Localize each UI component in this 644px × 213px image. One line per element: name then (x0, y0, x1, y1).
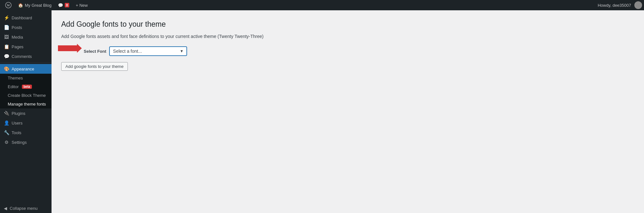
sidebar-item-media[interactable]: 🖼 Media (0, 32, 52, 42)
submenu-item-manage-theme-fonts[interactable]: Manage theme fonts (0, 100, 52, 108)
sidebar-label-appearance: Appearance (12, 67, 34, 71)
red-arrow (58, 45, 77, 51)
collapse-label: Collapse menu (10, 206, 38, 211)
dashboard-icon: ⚡ (4, 15, 9, 20)
submenu-label-editor: Editor (8, 84, 19, 89)
layout: ⚡ Dashboard 📄 Posts 🖼 Media 📋 Pages 💬 Co… (0, 10, 644, 213)
sidebar-label-users: Users (12, 121, 23, 125)
sidebar-item-plugins[interactable]: 🔌 Plugins (0, 108, 52, 118)
sidebar-item-appearance[interactable]: 🎨 Appearance (0, 64, 52, 74)
sidebar-item-settings[interactable]: ⚙ Settings (0, 137, 52, 147)
submenu-label-manage-theme-fonts: Manage theme fonts (8, 102, 46, 106)
wp-logo-item[interactable]: W (2, 0, 15, 10)
select-font-label: Select Font (84, 49, 106, 54)
submenu-item-themes[interactable]: Themes (0, 74, 52, 82)
avatar (634, 1, 642, 9)
comments-count: 0 (65, 3, 69, 7)
page-title: Add Google fonts to your theme (61, 20, 634, 29)
comments-icon: 💬 (4, 54, 9, 59)
sidebar-label-plugins: Plugins (12, 111, 25, 116)
settings-icon: ⚙ (4, 140, 9, 145)
sidebar-label-posts: Posts (12, 25, 22, 30)
sidebar-label-settings: Settings (12, 140, 27, 145)
sidebar-item-comments[interactable]: 💬 Comments (0, 51, 52, 61)
add-fonts-button[interactable]: Add google fonts to your theme (61, 62, 128, 71)
appearance-icon: 🎨 (4, 66, 9, 71)
sidebar-label-media: Media (12, 35, 23, 40)
submenu-item-create-block-theme[interactable]: Create Block Theme (0, 91, 52, 100)
submenu-label-themes: Themes (8, 76, 23, 80)
tools-icon: 🔧 (4, 130, 9, 135)
arrow-body (58, 45, 77, 51)
sidebar-label-dashboard: Dashboard (12, 15, 32, 20)
pages-icon: 📋 (4, 44, 9, 49)
sidebar-label-tools: Tools (12, 130, 21, 135)
main-content: Add Google fonts to your theme Add Googl… (52, 10, 644, 213)
posts-icon: 📄 (4, 25, 9, 30)
sidebar-label-comments: Comments (12, 54, 32, 59)
users-icon: 👤 (4, 120, 9, 125)
sidebar-item-tools[interactable]: 🔧 Tools (0, 128, 52, 137)
home-icon: 🏠 (18, 3, 23, 8)
sidebar-item-users[interactable]: 👤 Users (0, 118, 52, 128)
new-item[interactable]: + New (72, 0, 91, 10)
site-name-item[interactable]: 🏠 My Great Blog (15, 0, 55, 10)
site-name: My Great Blog (25, 3, 52, 8)
sidebar-item-posts[interactable]: 📄 Posts (0, 23, 52, 32)
admin-bar: W 🏠 My Great Blog 💬 0 + New Howdy, dee35… (0, 0, 644, 10)
howdy-text: Howdy, dee35007 (594, 3, 634, 8)
sidebar-item-dashboard[interactable]: ⚡ Dashboard (0, 13, 52, 23)
submenu-label-create-block-theme: Create Block Theme (8, 93, 46, 98)
comment-icon: 💬 (58, 3, 63, 8)
collapse-icon: ◀ (4, 206, 7, 211)
submenu-item-editor[interactable]: Editor beta (0, 82, 52, 91)
font-select-row: Select Font Select a font... Roboto Open… (61, 47, 634, 56)
page-subtitle: Add Google fonts assets and font face de… (61, 34, 634, 39)
media-icon: 🖼 (4, 34, 9, 40)
comments-item[interactable]: 💬 0 (55, 0, 72, 10)
beta-badge: beta (22, 85, 32, 89)
collapse-menu[interactable]: ◀ Collapse menu (0, 204, 52, 213)
admin-bar-right: Howdy, dee35007 (594, 1, 642, 9)
admin-bar-left: W 🏠 My Great Blog 💬 0 + New (2, 0, 594, 10)
font-select[interactable]: Select a font... Roboto Open Sans Lato M… (109, 47, 187, 56)
sidebar-menu: ⚡ Dashboard 📄 Posts 🖼 Media 📋 Pages 💬 Co… (0, 10, 52, 150)
appearance-submenu: Themes Editor beta Create Block Theme Ma… (0, 74, 52, 108)
sidebar: ⚡ Dashboard 📄 Posts 🖼 Media 📋 Pages 💬 Co… (0, 10, 52, 213)
sidebar-item-pages[interactable]: 📋 Pages (0, 42, 52, 51)
new-label: + New (76, 3, 88, 8)
plugins-icon: 🔌 (4, 111, 9, 116)
sidebar-label-pages: Pages (12, 44, 24, 49)
svg-text:W: W (7, 4, 10, 7)
font-select-wrapper: Select a font... Roboto Open Sans Lato M… (109, 47, 187, 56)
sidebar-divider-1 (0, 62, 52, 63)
